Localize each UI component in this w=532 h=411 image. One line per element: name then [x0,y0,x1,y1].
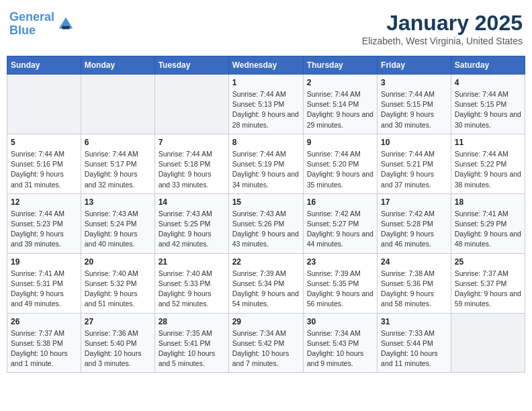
logo: General Blue [9,11,75,38]
calendar-day-cell: 19Sunrise: 7:41 AM Sunset: 5:31 PM Dayli… [7,253,81,313]
weekday-header: Thursday [303,56,377,75]
day-detail: Sunrise: 7:33 AM Sunset: 5:44 PM Dayligh… [381,328,447,369]
day-number: 13 [85,197,151,207]
calendar-day-cell: 6Sunrise: 7:44 AM Sunset: 5:17 PM Daylig… [81,134,154,193]
day-detail: Sunrise: 7:43 AM Sunset: 5:26 PM Dayligh… [232,209,300,250]
calendar-table: SundayMondayTuesdayWednesdayThursdayFrid… [7,56,525,373]
weekday-header-row: SundayMondayTuesdayWednesdayThursdayFrid… [7,56,525,75]
day-number: 9 [307,138,373,147]
calendar-day-cell [81,75,154,134]
calendar-day-cell: 30Sunrise: 7:34 AM Sunset: 5:43 PM Dayli… [303,313,377,373]
calendar-day-cell: 22Sunrise: 7:39 AM Sunset: 5:34 PM Dayli… [228,253,303,313]
calendar-day-cell: 8Sunrise: 7:44 AM Sunset: 5:19 PM Daylig… [228,134,303,193]
calendar-day-cell: 18Sunrise: 7:41 AM Sunset: 5:29 PM Dayli… [451,193,525,253]
day-number: 2 [307,78,373,87]
calendar-day-cell: 5Sunrise: 7:44 AM Sunset: 5:16 PM Daylig… [7,134,81,193]
day-detail: Sunrise: 7:41 AM Sunset: 5:31 PM Dayligh… [11,269,77,310]
calendar-day-cell: 28Sunrise: 7:35 AM Sunset: 5:41 PM Dayli… [154,313,228,373]
day-detail: Sunrise: 7:44 AM Sunset: 5:15 PM Dayligh… [455,89,521,130]
day-detail: Sunrise: 7:34 AM Sunset: 5:42 PM Dayligh… [232,328,300,369]
day-number: 18 [455,197,521,207]
day-number: 20 [85,257,151,267]
weekday-header: Sunday [7,56,81,75]
main-title: January 2025 [362,11,523,36]
calendar-day-cell: 11Sunrise: 7:44 AM Sunset: 5:22 PM Dayli… [451,134,525,193]
calendar-week-row: 1Sunrise: 7:44 AM Sunset: 5:13 PM Daylig… [7,75,525,134]
day-number: 3 [381,78,447,87]
day-number: 4 [455,78,521,87]
calendar-day-cell: 1Sunrise: 7:44 AM Sunset: 5:13 PM Daylig… [228,75,303,134]
calendar-day-cell: 24Sunrise: 7:38 AM Sunset: 5:36 PM Dayli… [378,253,451,313]
day-detail: Sunrise: 7:36 AM Sunset: 5:40 PM Dayligh… [85,328,151,369]
day-number: 5 [11,138,77,147]
day-detail: Sunrise: 7:43 AM Sunset: 5:25 PM Dayligh… [159,209,225,250]
page-header: General Blue January 2025 Elizabeth, Wes… [7,7,525,50]
day-number: 12 [11,197,77,207]
day-detail: Sunrise: 7:44 AM Sunset: 5:23 PM Dayligh… [11,209,77,250]
calendar-day-cell: 26Sunrise: 7:37 AM Sunset: 5:38 PM Dayli… [7,313,81,373]
calendar-day-cell: 15Sunrise: 7:43 AM Sunset: 5:26 PM Dayli… [228,193,303,253]
subtitle: Elizabeth, West Virginia, United States [362,36,523,46]
day-detail: Sunrise: 7:44 AM Sunset: 5:19 PM Dayligh… [232,149,300,190]
day-detail: Sunrise: 7:37 AM Sunset: 5:37 PM Dayligh… [455,269,521,310]
day-number: 21 [159,257,225,267]
day-detail: Sunrise: 7:40 AM Sunset: 5:32 PM Dayligh… [85,269,151,310]
day-detail: Sunrise: 7:39 AM Sunset: 5:35 PM Dayligh… [307,269,373,310]
day-detail: Sunrise: 7:44 AM Sunset: 5:16 PM Dayligh… [11,149,77,190]
day-number: 22 [232,257,300,267]
title-section: January 2025 Elizabeth, West Virginia, U… [362,11,523,46]
weekday-header: Wednesday [228,56,303,75]
calendar-day-cell: 13Sunrise: 7:43 AM Sunset: 5:24 PM Dayli… [81,193,154,253]
day-number: 11 [455,138,521,147]
calendar-day-cell: 2Sunrise: 7:44 AM Sunset: 5:14 PM Daylig… [303,75,377,134]
day-number: 31 [381,317,447,326]
weekday-header: Tuesday [154,56,228,75]
calendar-day-cell [154,75,228,134]
day-number: 29 [232,317,300,326]
calendar-day-cell: 20Sunrise: 7:40 AM Sunset: 5:32 PM Dayli… [81,253,154,313]
day-detail: Sunrise: 7:44 AM Sunset: 5:17 PM Dayligh… [85,149,151,190]
calendar-day-cell: 29Sunrise: 7:34 AM Sunset: 5:42 PM Dayli… [228,313,303,373]
day-detail: Sunrise: 7:43 AM Sunset: 5:24 PM Dayligh… [85,209,151,250]
day-number: 7 [159,138,225,147]
calendar-day-cell: 23Sunrise: 7:39 AM Sunset: 5:35 PM Dayli… [303,253,377,313]
calendar-week-row: 5Sunrise: 7:44 AM Sunset: 5:16 PM Daylig… [7,134,525,193]
day-detail: Sunrise: 7:38 AM Sunset: 5:36 PM Dayligh… [381,269,447,310]
calendar-day-cell [451,313,525,373]
logo-text: General Blue [9,11,54,38]
calendar-day-cell: 14Sunrise: 7:43 AM Sunset: 5:25 PM Dayli… [154,193,228,253]
day-detail: Sunrise: 7:44 AM Sunset: 5:22 PM Dayligh… [455,149,521,190]
day-detail: Sunrise: 7:44 AM Sunset: 5:18 PM Dayligh… [159,149,225,190]
day-number: 24 [381,257,447,267]
calendar-day-cell: 12Sunrise: 7:44 AM Sunset: 5:23 PM Dayli… [7,193,81,253]
day-detail: Sunrise: 7:35 AM Sunset: 5:41 PM Dayligh… [159,328,225,369]
calendar-day-cell: 9Sunrise: 7:44 AM Sunset: 5:20 PM Daylig… [303,134,377,193]
day-number: 27 [85,317,151,326]
calendar-day-cell [7,75,81,134]
svg-rect-1 [62,26,69,30]
calendar-week-row: 19Sunrise: 7:41 AM Sunset: 5:31 PM Dayli… [7,253,525,313]
day-number: 10 [381,138,447,147]
calendar-day-cell: 7Sunrise: 7:44 AM Sunset: 5:18 PM Daylig… [154,134,228,193]
weekday-header: Friday [378,56,451,75]
calendar-day-cell: 31Sunrise: 7:33 AM Sunset: 5:44 PM Dayli… [378,313,451,373]
day-number: 1 [232,78,300,87]
day-detail: Sunrise: 7:39 AM Sunset: 5:34 PM Dayligh… [232,269,300,310]
weekday-header: Saturday [451,56,525,75]
day-number: 17 [381,197,447,207]
calendar-day-cell: 3Sunrise: 7:44 AM Sunset: 5:15 PM Daylig… [378,75,451,134]
day-number: 26 [11,317,77,326]
day-number: 6 [85,138,151,147]
calendar-day-cell: 25Sunrise: 7:37 AM Sunset: 5:37 PM Dayli… [451,253,525,313]
day-number: 25 [455,257,521,267]
day-detail: Sunrise: 7:40 AM Sunset: 5:33 PM Dayligh… [159,269,225,310]
day-number: 14 [159,197,225,207]
day-number: 28 [159,317,225,326]
day-number: 19 [11,257,77,267]
day-detail: Sunrise: 7:37 AM Sunset: 5:38 PM Dayligh… [11,328,77,369]
calendar-day-cell: 4Sunrise: 7:44 AM Sunset: 5:15 PM Daylig… [451,75,525,134]
weekday-header: Monday [81,56,154,75]
day-number: 8 [232,138,300,147]
calendar-day-cell: 10Sunrise: 7:44 AM Sunset: 5:21 PM Dayli… [378,134,451,193]
day-detail: Sunrise: 7:44 AM Sunset: 5:13 PM Dayligh… [232,89,300,130]
